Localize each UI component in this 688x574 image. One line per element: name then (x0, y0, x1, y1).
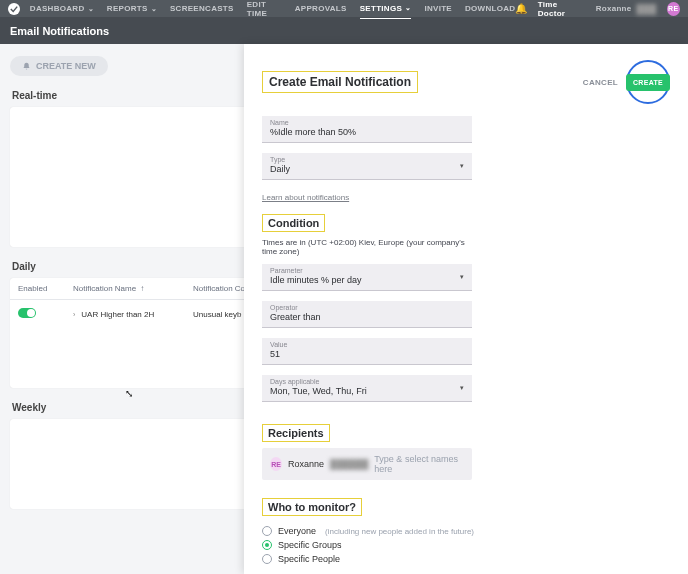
enabled-toggle[interactable] (18, 308, 36, 318)
col-name[interactable]: Notification Name↑ (65, 278, 185, 299)
recipients-title: Recipients (262, 424, 330, 442)
operator-select[interactable]: Operator Greater than (262, 301, 472, 328)
value-field[interactable]: Value 51 (262, 338, 472, 365)
nav-screencasts[interactable]: SCREENCASTS (170, 0, 234, 18)
field-value: 51 (270, 349, 464, 359)
who-to-monitor-title: Who to monitor? (262, 498, 362, 516)
page-title-bar: Email Notifications (0, 17, 688, 44)
field-label: Type (270, 156, 464, 163)
nav-invite[interactable]: INVITE (424, 0, 452, 18)
nav-dashboard[interactable]: DASHBOARD⌄ (30, 0, 94, 18)
create-new-button[interactable]: CREATE NEW (10, 56, 108, 76)
recipients-input[interactable]: RE Roxanne ██████ Type & select names he… (262, 448, 472, 480)
nav-download[interactable]: DOWNLOAD (465, 0, 515, 18)
radio-everyone[interactable]: Everyone (including new people added in … (262, 526, 670, 536)
field-label: Parameter (270, 267, 464, 274)
field-value: %Idle more than 50% (270, 127, 464, 137)
type-select[interactable]: Type Daily ▾ (262, 153, 472, 180)
field-value: Greater than (270, 312, 464, 322)
recipients-placeholder: Type & select names here (374, 454, 464, 474)
radio-icon (262, 554, 272, 564)
create-notification-panel: Create Email Notification CANCEL CREATE … (244, 44, 688, 574)
chevron-down-icon: ⌄ (151, 5, 157, 13)
bell-icon[interactable]: 🔔 (515, 3, 527, 14)
nav-items: DASHBOARD⌄ REPORTS⌄ SCREENCASTS EDIT TIM… (30, 0, 516, 18)
learn-link[interactable]: Learn about notifications (262, 193, 349, 202)
nav-settings[interactable]: SETTINGS⌄ (360, 0, 412, 19)
field-value: Idle minutes % per day (270, 275, 464, 285)
row-name: UAR Higher than 2H (81, 310, 154, 319)
create-button-highlight: CREATE (626, 60, 670, 104)
chevron-down-icon: ⌄ (88, 5, 94, 13)
field-value: Daily (270, 164, 464, 174)
app-logo[interactable] (8, 3, 20, 15)
chevron-down-icon: ⌄ (405, 4, 411, 12)
field-label: Days applicable (270, 378, 464, 385)
top-nav: DASHBOARD⌄ REPORTS⌄ SCREENCASTS EDIT TIM… (0, 0, 688, 17)
name-field[interactable]: Name %Idle more than 50% (262, 116, 472, 143)
radio-specific-people[interactable]: Specific People (262, 554, 670, 564)
nav-edit-time[interactable]: EDIT TIME (247, 0, 282, 18)
radio-icon (262, 540, 272, 550)
user-name: Roxanne (596, 4, 632, 13)
condition-title: Condition (262, 214, 325, 232)
user-menu[interactable]: Roxanne ███ (596, 4, 657, 14)
chevron-down-icon: ▾ (460, 273, 464, 281)
field-label: Operator (270, 304, 464, 311)
nav-approvals[interactable]: APPROVALS (295, 0, 347, 18)
cancel-button[interactable]: CANCEL (583, 78, 618, 87)
field-value: Mon, Tue, Wed, Thu, Fri (270, 386, 464, 396)
chevron-right-icon[interactable]: › (73, 311, 75, 318)
create-button[interactable]: CREATE (626, 74, 670, 91)
sort-asc-icon: ↑ (140, 284, 144, 293)
page-title: Email Notifications (10, 25, 109, 37)
nav-reports[interactable]: REPORTS⌄ (107, 0, 157, 18)
radio-specific-groups[interactable]: Specific Groups (262, 540, 670, 550)
field-label: Value (270, 341, 464, 348)
chevron-down-icon: ▾ (460, 162, 464, 170)
radio-icon (262, 526, 272, 536)
avatar[interactable]: RE (667, 2, 680, 16)
panel-title: Create Email Notification (262, 71, 418, 93)
brand-label: Time Doctor (538, 0, 586, 18)
field-label: Name (270, 119, 464, 126)
chevron-down-icon: ▾ (460, 384, 464, 392)
days-select[interactable]: Days applicable Mon, Tue, Wed, Thu, Fri … (262, 375, 472, 402)
timezone-note: Times are in (UTC +02:00) Kiev, Europe (… (262, 238, 472, 256)
parameter-select[interactable]: Parameter Idle minutes % per day ▾ (262, 264, 472, 291)
col-enabled[interactable]: Enabled (10, 278, 65, 299)
chip-name: Roxanne (288, 459, 324, 469)
bell-icon (22, 62, 31, 71)
avatar: RE (270, 457, 282, 471)
